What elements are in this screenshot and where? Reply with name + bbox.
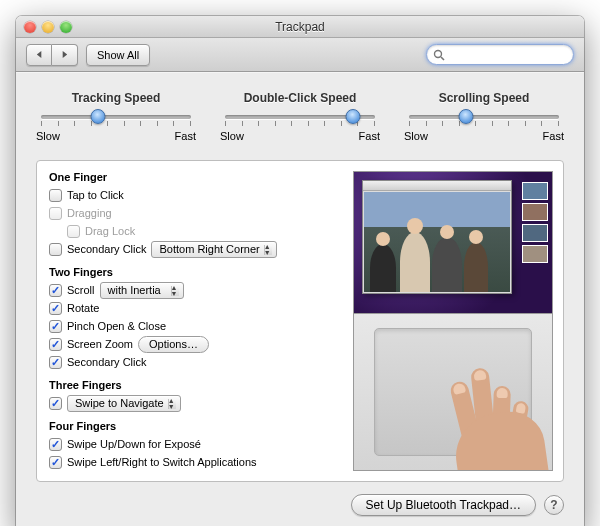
slider-thumb[interactable] xyxy=(459,109,474,124)
secondary-click-2f-checkbox[interactable] xyxy=(49,356,62,369)
close-icon[interactable] xyxy=(24,21,36,33)
options-panel: One Finger Tap to Click Dragging Drag Lo… xyxy=(36,160,564,482)
tap-to-click-row: Tap to Click xyxy=(49,186,341,204)
search-field[interactable] xyxy=(426,44,574,65)
two-fingers-heading: Two Fingers xyxy=(49,266,341,278)
preferences-window: Trackpad Show All Tracking Speed xyxy=(16,16,584,526)
draglock-label: Drag Lock xyxy=(85,225,135,237)
window-title: Trackpad xyxy=(16,20,584,34)
scroll-label: Scroll xyxy=(67,284,95,296)
scrolling-speed-group: Scrolling Speed SlowFast xyxy=(404,91,564,142)
three-finger-popup[interactable]: Swipe to Navigate▲▼ xyxy=(67,395,181,412)
show-all-button[interactable]: Show All xyxy=(86,44,150,66)
slider-thumb[interactable] xyxy=(91,109,106,124)
switch-apps-checkbox[interactable] xyxy=(49,456,62,469)
draglock-row: Drag Lock xyxy=(49,222,341,240)
screen-zoom-checkbox[interactable] xyxy=(49,338,62,351)
bluetooth-trackpad-button[interactable]: Set Up Bluetooth Trackpad… xyxy=(351,494,536,516)
secondary-click-1f-label: Secondary Click xyxy=(67,243,146,255)
toolbar: Show All xyxy=(16,38,584,72)
window-controls xyxy=(24,21,72,33)
scrolling-speed-slider[interactable] xyxy=(409,115,559,126)
tracking-speed-label: Tracking Speed xyxy=(36,91,196,105)
search-input[interactable] xyxy=(449,49,572,61)
nav-group xyxy=(26,44,78,66)
doubleclick-speed-label: Double-Click Speed xyxy=(220,91,380,105)
zoom-icon[interactable] xyxy=(60,21,72,33)
svg-point-0 xyxy=(435,50,442,57)
expose-label: Swipe Up/Down for Exposé xyxy=(67,438,201,450)
four-fingers-heading: Four Fingers xyxy=(49,420,341,432)
screen-zoom-label: Screen Zoom xyxy=(67,338,133,350)
sliders-row: Tracking Speed SlowFast Double-Click Spe… xyxy=(36,91,564,142)
scroll-checkbox[interactable] xyxy=(49,284,62,297)
dragging-label: Dragging xyxy=(67,207,112,219)
search-icon xyxy=(433,49,445,61)
hand-icon xyxy=(426,378,546,471)
expose-row: Swipe Up/Down for Exposé xyxy=(49,435,341,453)
back-button[interactable] xyxy=(26,44,52,66)
content-area: Tracking Speed SlowFast Double-Click Spe… xyxy=(16,72,584,526)
tap-to-click-label: Tap to Click xyxy=(67,189,124,201)
rotate-row: Rotate xyxy=(49,299,341,317)
secondary-click-1f-checkbox[interactable] xyxy=(49,243,62,256)
rotate-checkbox[interactable] xyxy=(49,302,62,315)
options-list: One Finger Tap to Click Dragging Drag Lo… xyxy=(49,171,341,471)
help-button[interactable]: ? xyxy=(544,495,564,515)
forward-button[interactable] xyxy=(52,44,78,66)
expose-checkbox[interactable] xyxy=(49,438,62,451)
pinch-checkbox[interactable] xyxy=(49,320,62,333)
one-finger-heading: One Finger xyxy=(49,171,341,183)
titlebar: Trackpad xyxy=(16,16,584,38)
tracking-speed-slider[interactable] xyxy=(41,115,191,126)
doubleclick-speed-group: Double-Click Speed SlowFast xyxy=(220,91,380,142)
three-fingers-heading: Three Fingers xyxy=(49,379,341,391)
screen-zoom-row: Screen Zoom Options… xyxy=(49,335,341,353)
zoom-options-button[interactable]: Options… xyxy=(138,336,209,353)
footer: Set Up Bluetooth Trackpad… ? xyxy=(36,494,564,516)
preview-screen xyxy=(353,171,553,314)
three-finger-row: Swipe to Navigate▲▼ xyxy=(49,394,341,412)
preview-trackpad xyxy=(353,314,553,471)
scrolling-speed-label: Scrolling Speed xyxy=(404,91,564,105)
chevron-left-icon xyxy=(35,50,44,59)
scroll-mode-popup[interactable]: with Inertia▲▼ xyxy=(100,282,184,299)
tap-to-click-checkbox[interactable] xyxy=(49,189,62,202)
secondary-click-1f-row: Secondary Click Bottom Right Corner▲▼ xyxy=(49,240,341,258)
secondary-click-2f-label: Secondary Click xyxy=(67,356,146,368)
dragging-row: Dragging xyxy=(49,204,341,222)
switch-apps-label: Swipe Left/Right to Switch Applications xyxy=(67,456,257,468)
doubleclick-speed-slider[interactable] xyxy=(225,115,375,126)
svg-line-1 xyxy=(441,57,444,60)
secondary-click-corner-popup[interactable]: Bottom Right Corner▲▼ xyxy=(151,241,276,258)
dragging-checkbox xyxy=(49,207,62,220)
pinch-row: Pinch Open & Close xyxy=(49,317,341,335)
preview-window-icon xyxy=(362,180,512,294)
gesture-preview xyxy=(353,171,553,471)
minimize-icon[interactable] xyxy=(42,21,54,33)
tracking-speed-group: Tracking Speed SlowFast xyxy=(36,91,196,142)
chevron-right-icon xyxy=(60,50,69,59)
switch-apps-row: Swipe Left/Right to Switch Applications xyxy=(49,453,341,471)
draglock-checkbox xyxy=(67,225,80,238)
secondary-click-2f-row: Secondary Click xyxy=(49,353,341,371)
scroll-row: Scroll with Inertia▲▼ xyxy=(49,281,351,299)
three-finger-checkbox[interactable] xyxy=(49,397,62,410)
slider-thumb[interactable] xyxy=(345,109,360,124)
pinch-label: Pinch Open & Close xyxy=(67,320,166,332)
rotate-label: Rotate xyxy=(67,302,99,314)
